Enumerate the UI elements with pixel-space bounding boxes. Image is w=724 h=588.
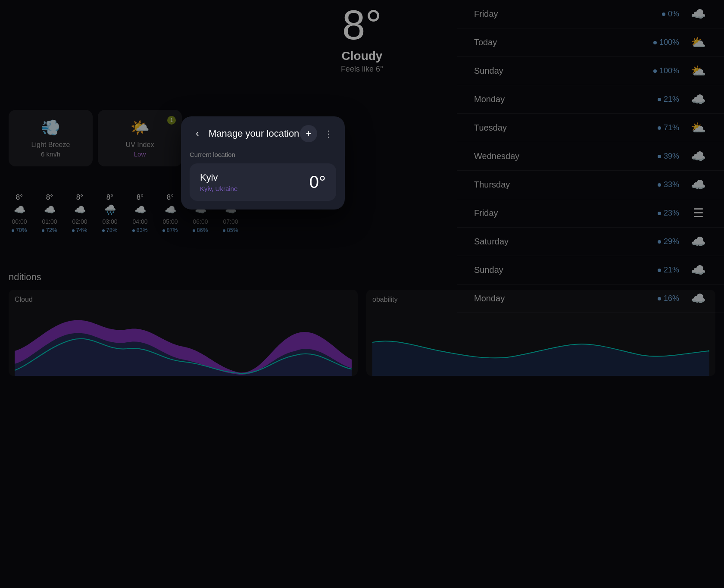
current-location-label: Current location [190,151,336,158]
modal-title: Manage your location [209,128,300,139]
modal-header: ‹ Manage your location + ⋮ [190,125,336,142]
manage-location-modal: ‹ Manage your location + ⋮ Current locat… [181,116,345,210]
more-options-button[interactable]: ⋮ [321,126,336,141]
location-name: Kyiv [200,172,237,183]
location-sub: Kyiv, Ukraine [200,185,237,192]
location-info: Kyiv Kyiv, Ukraine [200,172,237,192]
location-temp: 0° [309,172,326,192]
back-button[interactable]: ‹ [190,126,205,141]
modal-overlay [0,0,724,588]
add-location-button[interactable]: + [300,125,317,142]
location-card-kyiv[interactable]: Kyiv Kyiv, Ukraine 0° [190,163,336,201]
